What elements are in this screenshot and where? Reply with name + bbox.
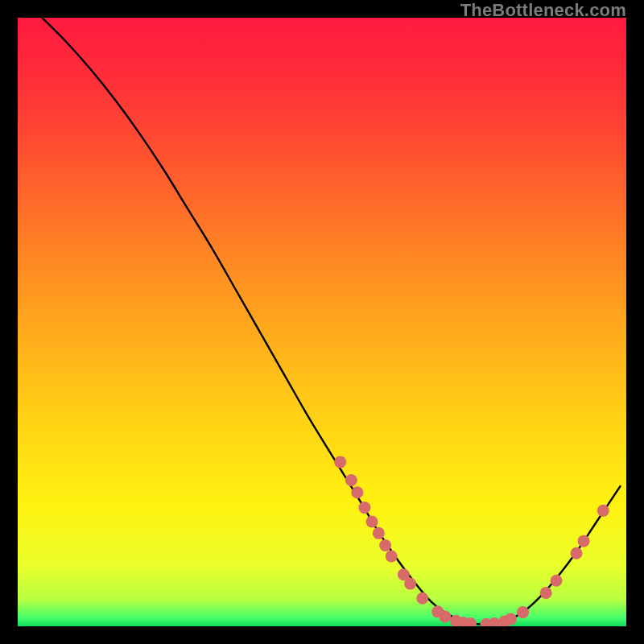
chart-container: TheBottleneck.com bbox=[0, 0, 644, 644]
marker-dot bbox=[578, 535, 590, 547]
marker-dot bbox=[551, 575, 563, 587]
marker-dot bbox=[373, 527, 385, 539]
marker-dot bbox=[351, 486, 363, 498]
marker-dot bbox=[386, 551, 398, 563]
chart-svg bbox=[18, 18, 626, 626]
marker-dot bbox=[365, 515, 378, 527]
marker-dot bbox=[334, 456, 346, 468]
marker-dot bbox=[358, 502, 370, 514]
marker-dot bbox=[439, 610, 451, 622]
marker-dot bbox=[345, 474, 357, 486]
marker-dot bbox=[379, 539, 391, 551]
marker-dot bbox=[404, 578, 416, 590]
marker-dot bbox=[571, 547, 583, 559]
marker-dot bbox=[540, 587, 552, 599]
gradient-background bbox=[18, 18, 626, 626]
marker-dot bbox=[597, 505, 609, 517]
marker-dot bbox=[505, 613, 517, 625]
marker-dot bbox=[416, 592, 428, 605]
plot-area bbox=[18, 18, 626, 626]
marker-dot bbox=[517, 606, 529, 618]
